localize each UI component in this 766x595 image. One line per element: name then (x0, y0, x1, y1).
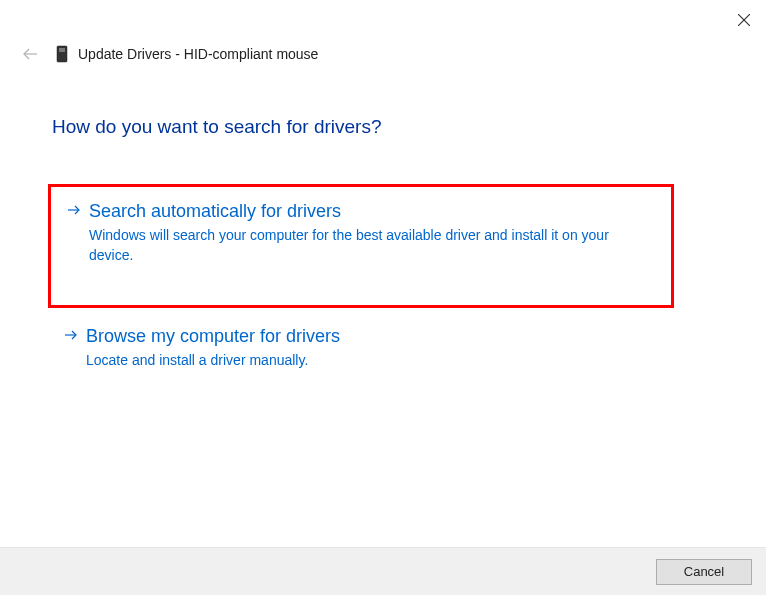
back-button[interactable] (20, 44, 40, 64)
close-icon (738, 14, 750, 26)
titlebar (0, 0, 766, 40)
back-arrow-icon (22, 47, 38, 61)
page-heading: How do you want to search for drivers? (52, 116, 714, 138)
option-description: Locate and install a driver manually. (86, 351, 660, 371)
window-title: Update Drivers - HID-compliant mouse (78, 46, 318, 62)
option-title: Browse my computer for drivers (86, 326, 660, 347)
option-search-automatically[interactable]: Search automatically for drivers Windows… (48, 184, 674, 308)
close-button[interactable] (736, 12, 752, 28)
footer: Cancel (0, 547, 766, 595)
option-browse-computer[interactable]: Browse my computer for drivers Locate an… (48, 326, 674, 387)
arrow-right-icon (62, 329, 80, 341)
option-description: Windows will search your computer for th… (89, 226, 657, 265)
device-icon (54, 44, 70, 64)
header-row: Update Drivers - HID-compliant mouse (0, 40, 766, 68)
cancel-button[interactable]: Cancel (656, 559, 752, 585)
arrow-right-icon (65, 204, 83, 216)
option-title: Search automatically for drivers (89, 201, 657, 222)
svg-rect-4 (59, 48, 65, 52)
content-area: How do you want to search for drivers? S… (0, 68, 766, 387)
